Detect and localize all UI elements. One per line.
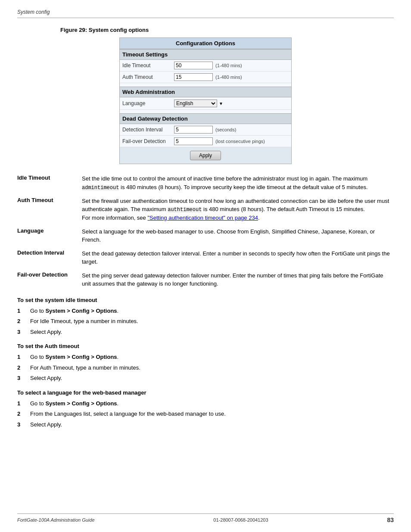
page-header-title: System config [17,9,50,15]
dead-gateway-header: Dead Gateway Detection [120,113,291,124]
failover-detection-row: Fail-over Detection (lost consecutive pi… [120,136,291,147]
config-table-header: Configuration Options [120,38,291,49]
detection-interval-def: Set the dead gateway detection failover … [82,249,394,266]
proc2-step1: 1 Go to System > Config > Options. [17,353,394,361]
idle-timeout-row: Idle Timeout (1-480 mins) [120,60,291,72]
failover-detection-input[interactable] [174,137,213,145]
proc2-step1-bold: System > Config > Options [45,354,117,360]
detection-interval-hint: (seconds) [215,127,236,132]
idle-timeout-input[interactable] [174,62,213,69]
authtimeout-code: authtimeout [168,207,202,213]
proc1-step2: 2 For Idle Timeout, type a number in min… [17,317,394,326]
failover-detection-hint: (lost consecutive pings) [215,139,265,144]
idle-timeout-def: Set the idle time out to control the amo… [82,174,394,192]
language-row: Language English Simplified Chinese Japa… [120,97,291,110]
footer-left: FortiGate-100A Administration Guide [17,517,95,523]
proc2-list: 1 Go to System > Config > Options. 2 For… [17,353,394,383]
failover-detection-term: Fail-over Detection [17,271,82,278]
proc1-step1: 1 Go to System > Config > Options. [17,307,394,315]
failover-detection-label: Fail-over Detection [122,138,174,144]
language-desc: Language Select a language for the web-b… [17,227,394,244]
proc3-step1: 1 Go to System > Config > Options. [17,399,394,408]
auth-timeout-link[interactable]: "Setting authentication timeout" on page… [147,215,258,221]
proc1-step1-bold: System > Config > Options [45,308,117,314]
auth-timeout-hint: (1-480 mins) [215,75,242,80]
language-term: Language [17,227,82,234]
detection-interval-label: Detection Interval [122,127,174,133]
failover-detection-def: Set the ping server dead gateway detecti… [82,271,394,288]
config-table: Configuration Options Timeout Settings I… [119,37,292,164]
proc2-title: To set the Auth timeout [17,343,394,349]
proc1-title: To set the system idle timeout [17,297,394,303]
page-footer: FortiGate-100A Administration Guide 01-2… [17,513,394,523]
detection-interval-row: Detection Interval (seconds) [120,124,291,136]
detection-interval-term: Detection Interval [17,249,82,256]
proc3-title: To select a language for the web-based m… [17,389,394,396]
web-admin-header: Web Administration [120,87,291,97]
figure-container: Figure 29: System config options Configu… [17,27,394,164]
idle-timeout-hint: (1-480 mins) [215,63,242,68]
footer-center: 01-28007-0068-20041203 [213,517,268,523]
apply-row: Apply [120,147,291,164]
page-container: System config Figure 29: System config o… [0,0,411,532]
auth-timeout-row: Auth Timeout (1-480 mins) [120,72,291,83]
auth-timeout-input[interactable] [174,73,213,81]
detection-interval-input[interactable] [174,126,213,134]
descriptions-section: Idle Timeout Set the idle time out to co… [17,174,394,288]
proc2-step3: 3 Select Apply. [17,374,394,383]
auth-timeout-term: Auth Timeout [17,197,82,203]
proc1-step3: 3 Select Apply. [17,328,394,336]
spacer-2 [120,110,291,113]
auth-timeout-def: Set the firewall user authentication tim… [82,197,394,222]
proc3-step1-bold: System > Config > Options [45,400,117,407]
admintimeout-code: admintimeout [82,185,119,191]
detection-interval-desc: Detection Interval Set the dead gateway … [17,249,394,266]
language-select[interactable]: English Simplified Chinese Japanese Kore… [174,100,217,107]
idle-timeout-term: Idle Timeout [17,174,82,181]
idle-timeout-label: Idle Timeout [122,62,174,68]
timeout-settings-header: Timeout Settings [120,49,291,60]
proc2-step2: 2 For Auth Timeout, type a number in min… [17,364,394,372]
auth-timeout-desc: Auth Timeout Set the firewall user authe… [17,197,394,222]
dropdown-icon: ▼ [219,101,223,106]
proc3-step2: 2 From the Languages list, select a lang… [17,410,394,418]
proc1-list: 1 Go to System > Config > Options. 2 For… [17,307,394,336]
apply-button[interactable]: Apply [190,151,221,160]
language-label: Language [122,100,174,106]
proc3-step3: 3 Select Apply. [17,420,394,429]
language-def: Select a language for the web-based mana… [82,227,394,244]
spacer-1 [120,83,291,87]
failover-detection-desc: Fail-over Detection Set the ping server … [17,271,394,288]
idle-timeout-desc: Idle Timeout Set the idle time out to co… [17,174,394,192]
page-header: System config [17,9,394,18]
auth-timeout-label: Auth Timeout [122,74,174,80]
proc3-list: 1 Go to System > Config > Options. 2 Fro… [17,399,394,429]
footer-right: 83 [387,516,394,523]
figure-caption: Figure 29: System config options [60,27,149,33]
